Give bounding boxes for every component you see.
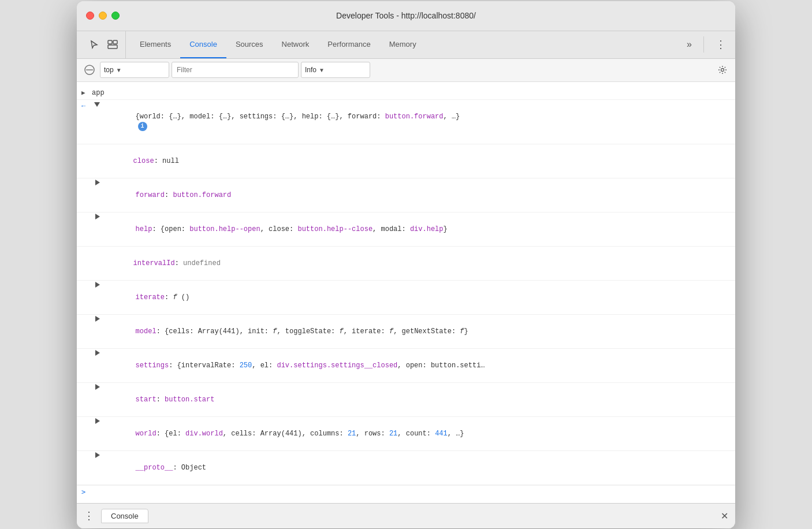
- console-input[interactable]: [89, 488, 731, 496]
- toolbar-divider: [703, 36, 704, 53]
- triangle-right-proto[interactable]: [95, 452, 100, 460]
- triangle-right-help[interactable]: [95, 214, 100, 222]
- tab-memory[interactable]: Memory: [380, 31, 426, 58]
- console-row-proto: __proto__: Object: [77, 451, 735, 485]
- bottom-bar: ⋮ Console ✕: [77, 503, 735, 528]
- clear-console-button[interactable]: [81, 62, 98, 78]
- info-badge[interactable]: i: [138, 122, 147, 131]
- tab-performance[interactable]: Performance: [318, 31, 379, 58]
- title-bar: Developer Tools - http://localhost:8080/: [77, 1, 735, 31]
- context-selector[interactable]: top ▼: [100, 62, 169, 78]
- app-log-text: app: [92, 88, 731, 98]
- filter-input[interactable]: [172, 62, 299, 78]
- expand-app-icon[interactable]: ▶: [81, 89, 91, 96]
- close-panel-button[interactable]: ✕: [721, 511, 728, 521]
- prompt-chevron: >: [81, 488, 85, 496]
- triangle-right-world[interactable]: [95, 418, 100, 426]
- back-arrow-icon: ←: [81, 102, 91, 110]
- console-row-help: help: {open: button.help--open, close: b…: [77, 213, 735, 247]
- tab-console[interactable]: Console: [180, 31, 226, 58]
- more-tabs-button[interactable]: »: [682, 37, 696, 52]
- menu-button[interactable]: ⋮: [711, 36, 731, 53]
- minimize-traffic-light[interactable]: [99, 12, 107, 20]
- console-content: ▶ app ← {world: {…}, model: {…}, setting…: [77, 82, 735, 503]
- triangle-right-start[interactable]: [95, 384, 100, 392]
- triangle-right-iterate[interactable]: [95, 282, 100, 290]
- settings-button[interactable]: [714, 62, 731, 78]
- svg-rect-1: [113, 40, 117, 44]
- bottom-menu-button[interactable]: ⋮: [84, 509, 94, 522]
- tab-sources[interactable]: Sources: [226, 31, 273, 58]
- console-row-settings: settings: {intervalRate: 250, el: div.se…: [77, 349, 735, 383]
- window-title: Developer Tools - http://localhost:8080/: [336, 11, 476, 20]
- svg-rect-0: [108, 40, 112, 44]
- triangle-right-model[interactable]: [95, 316, 100, 324]
- svg-rect-2: [108, 45, 117, 49]
- console-row-model: model: {cells: Array(441), init: f, togg…: [77, 315, 735, 349]
- inspect-icon[interactable]: [105, 36, 121, 53]
- console-row-app: ▶ app: [77, 87, 735, 100]
- console-row-world: world: {el: div.world, cells: Array(441)…: [77, 417, 735, 451]
- bottom-console-tab[interactable]: Console: [101, 509, 148, 523]
- tab-elements[interactable]: Elements: [131, 31, 180, 58]
- console-row-close: close: null: [77, 144, 735, 178]
- close-traffic-light[interactable]: [86, 12, 94, 20]
- console-row-intervalid: intervalId: undefined: [77, 247, 735, 281]
- traffic-lights: [86, 12, 120, 20]
- maximize-traffic-light[interactable]: [111, 12, 120, 20]
- console-row-start: start: button.start: [77, 383, 735, 417]
- toolbar-icons: [81, 31, 126, 58]
- devtools-window: Developer Tools - http://localhost:8080/…: [77, 1, 735, 528]
- console-row-iterate: iterate: f (): [77, 281, 735, 315]
- cursor-icon[interactable]: [86, 36, 102, 53]
- tab-bar: Elements Console Sources Network Perform…: [77, 31, 735, 59]
- console-row-forward: forward: button.forward: [77, 178, 735, 213]
- level-selector[interactable]: Info ▼: [301, 62, 370, 78]
- context-dropdown-arrow: ▼: [116, 67, 122, 73]
- svg-point-5: [721, 69, 724, 72]
- console-row-main-object: ← {world: {…}, model: {…}, settings: {…}…: [77, 100, 735, 144]
- triangle-right-forward[interactable]: [95, 180, 100, 188]
- tab-network[interactable]: Network: [273, 31, 319, 58]
- console-input-row: >: [77, 485, 735, 498]
- console-toolbar: top ▼ Info ▼: [77, 59, 735, 82]
- tabs: Elements Console Sources Network Perform…: [126, 31, 426, 58]
- toolbar-end: » ⋮: [682, 36, 731, 53]
- triangle-down-main[interactable]: [94, 101, 100, 109]
- triangle-right-settings[interactable]: [95, 350, 100, 358]
- level-dropdown-arrow: ▼: [319, 67, 325, 73]
